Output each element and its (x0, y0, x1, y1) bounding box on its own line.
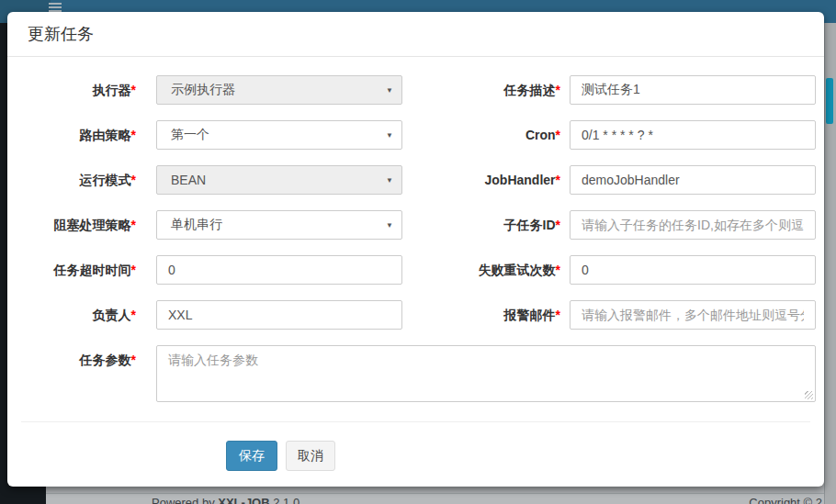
required-mark: * (131, 83, 136, 97)
required-mark: * (556, 263, 560, 277)
executor-select: 示例执行器 ▼ (156, 75, 402, 105)
required-mark: * (131, 353, 136, 367)
form-row: 负责人* 报警邮件* (7, 300, 824, 330)
label-child-job-id: 子任务ID* (402, 210, 570, 240)
modal-title: 更新任务 (28, 12, 824, 56)
modal-header: 更新任务 (7, 12, 824, 57)
timeout-input[interactable] (156, 255, 402, 285)
update-task-modal: 更新任务 执行器* 示例执行器 ▼ 任务描述* 路由策略* 第一个 ▼ Cron… (7, 12, 824, 487)
label-route-strategy: 路由策略* (7, 120, 149, 150)
chevron-down-icon: ▼ (386, 176, 393, 185)
fail-retry-count-input[interactable] (570, 255, 816, 285)
route-strategy-select[interactable]: 第一个 ▼ (156, 120, 402, 150)
modal-body: 执行器* 示例执行器 ▼ 任务描述* 路由策略* 第一个 ▼ Cron* 运行模… (7, 57, 824, 471)
copyright-text: Copyright © 2 (749, 496, 822, 504)
vertical-scrollbar[interactable] (824, 23, 836, 504)
task-params-wrap (149, 345, 816, 402)
label-owner: 负责人* (7, 300, 149, 330)
chevron-down-icon: ▼ (386, 86, 393, 95)
divider (21, 421, 810, 422)
jobhandler-input[interactable] (570, 165, 816, 195)
button-row: 保存 取消 (226, 441, 824, 471)
cancel-button[interactable]: 取消 (286, 441, 335, 471)
label-alarm-email: 报警邮件* (402, 300, 570, 330)
label-executor: 执行器* (7, 75, 149, 105)
label-block-strategy: 阻塞处理策略* (7, 210, 149, 240)
label-fail-retry-count: 失败重试次数* (402, 255, 570, 285)
form-row: 执行器* 示例执行器 ▼ 任务描述* (7, 75, 824, 105)
resize-grip-icon[interactable] (805, 391, 813, 399)
owner-input[interactable] (156, 300, 402, 330)
cron-input[interactable] (570, 120, 816, 150)
alarm-email-input[interactable] (570, 300, 816, 330)
label-cron: Cron* (402, 120, 570, 150)
form-row: 运行模式* BEAN ▼ JobHandler* (7, 165, 824, 195)
required-mark: * (131, 218, 136, 232)
powered-by-text: Powered by XXL-JOB 2.1.0 (152, 496, 299, 504)
form-row: 任务参数* (7, 345, 824, 402)
required-mark: * (556, 83, 560, 97)
form-row: 阻塞处理策略* 单机串行 ▼ 子任务ID* (7, 210, 824, 240)
scrollbar-thumb[interactable] (826, 78, 833, 124)
required-mark: * (131, 308, 136, 322)
child-job-id-input[interactable] (570, 210, 816, 240)
label-run-mode: 运行模式* (7, 165, 149, 195)
required-mark: * (131, 263, 136, 277)
label-jobhandler: JobHandler* (402, 165, 570, 195)
chevron-down-icon: ▼ (386, 221, 393, 230)
form-row: 任务超时时间* 失败重试次数* (7, 255, 824, 285)
required-mark: * (556, 173, 560, 187)
hamburger-icon (49, 3, 62, 12)
label-task-description: 任务描述* (402, 75, 570, 105)
chevron-down-icon: ▼ (386, 131, 393, 140)
required-mark: * (131, 128, 136, 142)
required-mark: * (556, 218, 560, 232)
task-description-input[interactable] (570, 75, 816, 105)
save-button[interactable]: 保存 (226, 441, 277, 471)
screen: Powered by XXL-JOB 2.1.0 Copyright © 2 更… (0, 0, 836, 504)
run-mode-select: BEAN ▼ (156, 165, 402, 195)
required-mark: * (556, 128, 560, 142)
label-timeout: 任务超时时间* (7, 255, 149, 285)
required-mark: * (556, 308, 560, 322)
block-strategy-select[interactable]: 单机串行 ▼ (156, 210, 402, 240)
form-row: 路由策略* 第一个 ▼ Cron* (7, 120, 824, 150)
page-footer: Powered by XXL-JOB 2.1.0 Copyright © 2 (46, 493, 824, 504)
required-mark: * (131, 173, 136, 187)
task-params-textarea[interactable] (156, 345, 816, 402)
label-task-params: 任务参数* (7, 345, 149, 402)
